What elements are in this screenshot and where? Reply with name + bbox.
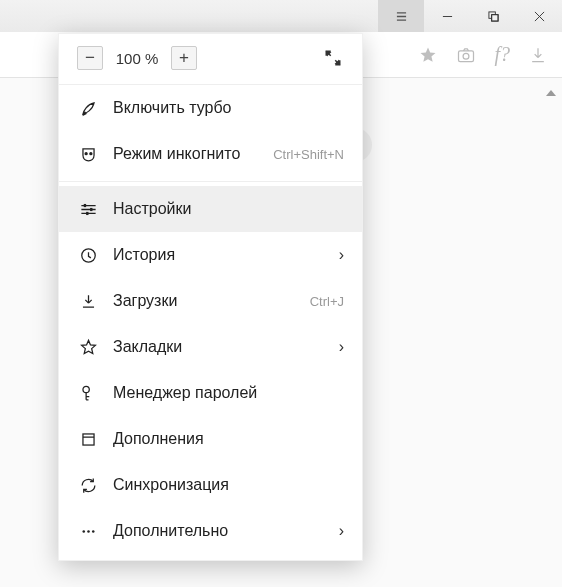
svg-rect-12 bbox=[82, 433, 93, 444]
window-titlebar bbox=[0, 0, 562, 32]
menu-label: Загрузки bbox=[113, 292, 310, 310]
svg-rect-1 bbox=[491, 14, 497, 20]
svg-rect-7 bbox=[83, 203, 85, 206]
svg-point-6 bbox=[89, 152, 91, 154]
menu-separator bbox=[59, 181, 362, 182]
chevron-right-icon: › bbox=[339, 338, 344, 356]
download-icon[interactable] bbox=[528, 45, 548, 65]
main-menu-popup: − 100 % + Включить турбо Режим инкогнито… bbox=[58, 33, 363, 561]
package-icon bbox=[77, 430, 99, 449]
mask-icon bbox=[77, 145, 99, 164]
menu-label: Закладки bbox=[113, 338, 333, 356]
svg-point-4 bbox=[464, 53, 470, 59]
menu-label: Режим инкогнито bbox=[113, 145, 273, 163]
menu-settings[interactable]: Настройки bbox=[59, 186, 362, 232]
sliders-icon bbox=[77, 200, 99, 219]
clock-icon bbox=[77, 246, 99, 265]
zoom-row: − 100 % + bbox=[59, 34, 362, 85]
chevron-right-icon: › bbox=[339, 522, 344, 540]
menu-downloads[interactable]: Загрузки Ctrl+J bbox=[59, 278, 362, 324]
ellipsis-icon bbox=[77, 522, 99, 541]
window-close-button[interactable] bbox=[516, 0, 562, 32]
key-icon bbox=[77, 384, 99, 403]
menu-passwords[interactable]: Менеджер паролей bbox=[59, 370, 362, 416]
menu-bookmarks[interactable]: Закладки › bbox=[59, 324, 362, 370]
zoom-in-button[interactable]: + bbox=[171, 46, 197, 70]
menu-label: Дополнения bbox=[113, 430, 344, 448]
window-minimize-button[interactable] bbox=[424, 0, 470, 32]
menu-sync[interactable]: Синхронизация bbox=[59, 462, 362, 508]
menu-label: Дополнительно bbox=[113, 522, 333, 540]
font-question-icon[interactable]: f? bbox=[494, 43, 510, 66]
bookmark-star-icon[interactable] bbox=[418, 45, 438, 65]
menu-addons[interactable]: Дополнения bbox=[59, 416, 362, 462]
hamburger-menu-button[interactable] bbox=[378, 0, 424, 32]
svg-point-11 bbox=[82, 386, 88, 392]
menu-label: Настройки bbox=[113, 200, 344, 218]
scroll-up-arrow[interactable] bbox=[546, 90, 556, 96]
chevron-right-icon: › bbox=[339, 246, 344, 264]
rocket-icon bbox=[77, 99, 99, 118]
svg-point-15 bbox=[91, 530, 94, 533]
svg-rect-8 bbox=[90, 207, 92, 210]
menu-shortcut: Ctrl+Shift+N bbox=[273, 147, 344, 162]
menu-label: История bbox=[113, 246, 333, 264]
zoom-out-button[interactable]: − bbox=[77, 46, 103, 70]
camera-icon[interactable] bbox=[456, 45, 476, 65]
menu-label: Менеджер паролей bbox=[113, 384, 344, 402]
menu-more[interactable]: Дополнительно › bbox=[59, 508, 362, 554]
menu-turbo[interactable]: Включить турбо bbox=[59, 85, 362, 131]
svg-rect-3 bbox=[459, 50, 474, 61]
svg-rect-9 bbox=[86, 211, 88, 214]
menu-shortcut: Ctrl+J bbox=[310, 294, 344, 309]
svg-point-14 bbox=[87, 530, 90, 533]
menu-label: Включить турбо bbox=[113, 99, 344, 117]
star-icon bbox=[77, 338, 99, 357]
svg-point-5 bbox=[85, 152, 87, 154]
svg-point-13 bbox=[82, 530, 85, 533]
menu-label: Синхронизация bbox=[113, 476, 344, 494]
menu-incognito[interactable]: Режим инкогнито Ctrl+Shift+N bbox=[59, 131, 362, 177]
sync-icon bbox=[77, 476, 99, 495]
window-maximize-button[interactable] bbox=[470, 0, 516, 32]
menu-history[interactable]: История › bbox=[59, 232, 362, 278]
download-arrow-icon bbox=[77, 292, 99, 311]
fullscreen-button[interactable] bbox=[322, 47, 344, 69]
zoom-level: 100 % bbox=[103, 50, 171, 67]
